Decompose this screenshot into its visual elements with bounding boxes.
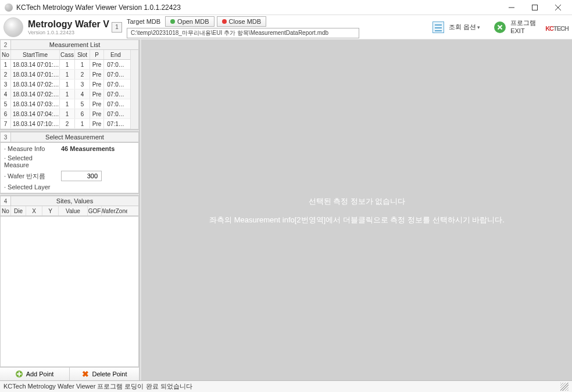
target-mdb-label: Target MDB xyxy=(127,18,160,25)
grid-scrollbar[interactable] xyxy=(130,50,138,129)
measure-info-value: 46 Measurements xyxy=(61,145,135,152)
mdb-path-field[interactable]: C:\temp\20231018_마무리내용\EUI 추가 항목\Measure… xyxy=(127,28,359,38)
col-no[interactable]: No xyxy=(1,50,11,59)
col-cass[interactable]: Cass xyxy=(60,50,75,59)
app-title: Metrology Wafer Vie xyxy=(28,19,109,30)
table-row[interactable]: 518.03.14 07:03:…15Pre07:0… xyxy=(1,99,130,109)
open-mdb-label: Open MDB xyxy=(177,18,209,25)
sites-values-body[interactable] xyxy=(0,217,139,367)
plus-icon xyxy=(16,371,23,377)
measurement-list-grid[interactable]: No StartTime Cass Slot P End 118.03.14 0… xyxy=(0,50,139,130)
measure-info-label: · Measure Info xyxy=(4,145,58,152)
main: 2 Measurement List No StartTime Cass Slo… xyxy=(0,39,572,380)
empty-message-1: 선택된 측정 정보가 없습니다 xyxy=(309,196,406,207)
view-option-button[interactable]: 조회 옵션▾ xyxy=(428,19,484,35)
table-row[interactable]: 118.03.14 07:01:…11Pre07:0… xyxy=(1,60,130,70)
app-version: Version 1.0.1.22423 xyxy=(28,30,109,35)
statusbar: KCTech Metrology Wafer Viewer 프로그램 로딩이 완… xyxy=(0,380,572,392)
empty-message-2: 좌측의 Measurement info[2번영역]에서 더블클릭으로 측정 정… xyxy=(209,215,505,225)
section-3-title: Select Measurement xyxy=(11,134,138,141)
selected-measure-label: · Selected Measure xyxy=(4,154,58,168)
col4-waferzone[interactable]: WaferZone xyxy=(102,206,127,215)
table-row[interactable]: 618.03.14 07:04:…16Pre07:0… xyxy=(1,109,130,119)
section-4-title: Sites, Values xyxy=(11,197,138,204)
col4-value[interactable]: Value xyxy=(59,206,88,215)
delete-point-label: Delete Point xyxy=(92,371,127,377)
section-1-badge: 1 xyxy=(112,22,122,33)
list-icon xyxy=(432,21,444,33)
status-text: KCTech Metrology Wafer Viewer 프로그램 로딩이 완… xyxy=(3,382,192,391)
titlebar: KCTech Metrology Wafer Viewer Version 1.… xyxy=(0,0,572,15)
col-slot[interactable]: Slot xyxy=(75,50,90,59)
col4-no[interactable]: No xyxy=(1,206,11,215)
kctech-logo: KCTECH xyxy=(545,20,569,34)
close-icon xyxy=(222,19,227,24)
resize-handle-icon[interactable] xyxy=(560,383,569,391)
table-row[interactable]: 218.03.14 07:01:…12Pre07:0… xyxy=(1,70,130,80)
app-title-block: Metrology Wafer Vie Version 1.0.1.22423 xyxy=(28,19,109,35)
window-title: KCTech Metrology Wafer Viewer Version 1.… xyxy=(16,3,500,12)
left-panel: 2 Measurement List No StartTime Cass Slo… xyxy=(0,39,140,380)
section-4-header: 4 Sites, Values xyxy=(0,196,139,206)
exit-label-1: 프로그램 xyxy=(510,19,536,26)
col-end[interactable]: End xyxy=(104,50,127,59)
app-logo-icon xyxy=(3,17,23,37)
table-row[interactable]: 318.03.14 07:02:…13Pre07:0… xyxy=(1,80,130,89)
exit-label-2: EXIT xyxy=(510,27,524,34)
chevron-down-icon: ▾ xyxy=(477,24,480,30)
col4-die[interactable]: Die xyxy=(11,206,26,215)
section-3-header: 3 Select Measurement xyxy=(0,132,139,142)
close-mdb-button[interactable]: Close MDB xyxy=(217,16,267,27)
minimize-button[interactable] xyxy=(500,1,523,15)
table-row[interactable]: 718.03.14 07:10:…21Pre07:1… xyxy=(1,119,130,129)
col-p[interactable]: P xyxy=(90,50,104,59)
table-row[interactable]: 418.03.14 07:02:…14Pre07:0… xyxy=(1,89,130,99)
svg-rect-1 xyxy=(532,5,538,10)
sites-values-grid[interactable]: No Die X Y Value GOF WaferZone xyxy=(0,206,139,217)
section-4-badge: 4 xyxy=(1,196,11,206)
col4-gof[interactable]: GOF xyxy=(88,206,102,215)
section-2-badge: 2 xyxy=(1,40,11,49)
col-starttime[interactable]: StartTime xyxy=(11,50,60,59)
close-mdb-label: Close MDB xyxy=(229,18,262,25)
section-2-header: 2 Measurement List xyxy=(0,39,139,50)
section-2-title: Measurement List xyxy=(11,41,138,48)
delete-icon: ✖ xyxy=(82,369,89,379)
wafer-radius-label: · Wafer 반지름 xyxy=(4,172,58,181)
exit-button[interactable]: 프로그램EXIT xyxy=(489,18,539,35)
maximize-button[interactable] xyxy=(523,1,546,15)
select-measurement-panel: · Measure Info46 Measurements · Selected… xyxy=(0,142,139,193)
col4-y[interactable]: Y xyxy=(42,206,59,215)
open-mdb-button[interactable]: Open MDB xyxy=(165,16,214,27)
view-option-label: 조회 옵션 xyxy=(449,23,476,30)
section-3-badge: 3 xyxy=(1,132,11,142)
selected-layer-label: · Selected Layer xyxy=(4,184,58,190)
mdb-block: Target MDB Open MDB Close MDB C:\temp\20… xyxy=(127,16,359,38)
close-button[interactable] xyxy=(546,1,570,15)
right-panel: 선택된 측정 정보가 없습니다 좌측의 Measurement info[2번영… xyxy=(142,39,572,380)
point-buttons: Add Point ✖Delete Point xyxy=(0,367,139,380)
delete-point-button[interactable]: ✖Delete Point xyxy=(70,368,139,380)
col4-x[interactable]: X xyxy=(26,206,42,215)
add-point-button[interactable]: Add Point xyxy=(0,368,70,380)
exit-icon xyxy=(494,21,506,33)
wafer-radius-input[interactable] xyxy=(61,171,102,181)
add-point-label: Add Point xyxy=(26,371,54,377)
toolbar: Metrology Wafer Vie Version 1.0.1.22423 … xyxy=(0,15,572,39)
app-icon xyxy=(5,3,13,12)
open-icon xyxy=(170,19,175,24)
